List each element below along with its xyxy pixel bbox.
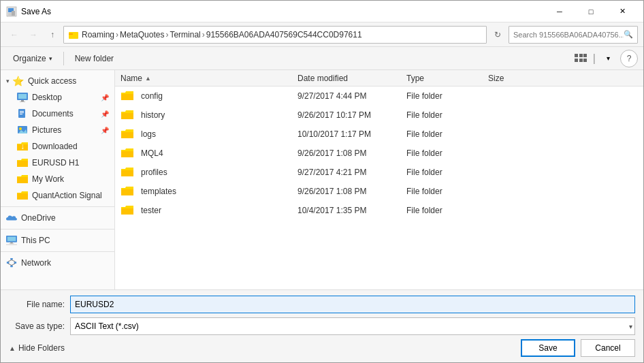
file-date-cell: 9/27/2017 4:44 PM: [297, 91, 406, 101]
savetype-label: Save as type:: [9, 321, 70, 331]
pictures-pin-icon: 📌: [101, 127, 109, 134]
search-box: 🔍: [509, 26, 638, 44]
breadcrumb-terminal: Terminal: [170, 30, 200, 40]
folder-icon: [120, 185, 134, 198]
file-type-cell: File folder: [406, 187, 488, 196]
desktop-label: Desktop: [32, 93, 62, 102]
folder-icon: [120, 108, 134, 122]
table-row[interactable]: history 9/26/2017 10:17 PM File folder: [115, 106, 643, 125]
file-name-cell: tester: [120, 204, 297, 217]
organize-label: Organize: [13, 54, 46, 63]
svg-rect-27: [9, 243, 14, 244]
network-icon: [6, 257, 17, 268]
svg-rect-11: [583, 59, 587, 62]
savetype-select[interactable]: ASCII Text (*.csv) CSV (*.csv) Text (*.t…: [70, 317, 635, 335]
folder-icon: [120, 146, 134, 160]
file-type-cell: File folder: [406, 148, 488, 158]
refresh-button[interactable]: ↻: [489, 27, 506, 43]
table-row[interactable]: profiles 9/27/2017 4:21 PM File folder: [115, 163, 643, 182]
svg-rect-6: [575, 54, 578, 57]
sidebar-item-mywork[interactable]: My Work: [1, 171, 114, 187]
close-button[interactable]: ✕: [607, 1, 638, 22]
table-row[interactable]: config 9/27/2017 4:44 PM File folder: [115, 86, 643, 106]
breadcrumb-sep-1: ›: [116, 30, 118, 40]
file-type-cell: File folder: [406, 206, 488, 215]
file-date-cell: 9/26/2017 1:08 PM: [297, 187, 406, 196]
minimize-button[interactable]: ─: [544, 1, 575, 22]
file-type-cell: File folder: [406, 129, 488, 139]
file-list-header: Name ▲ Date modified Type Size: [115, 70, 643, 86]
svg-rect-17: [20, 111, 24, 112]
window-controls: ─ □ ✕: [544, 1, 638, 22]
quick-access-arrow: ▾: [6, 78, 10, 84]
folder-icon: [120, 89, 134, 103]
hide-folders-button[interactable]: ▲ Hide Folders: [9, 343, 65, 353]
documents-pin-icon: 📌: [101, 110, 109, 118]
svg-rect-19: [20, 114, 22, 114]
view-button[interactable]: [571, 50, 590, 67]
table-row[interactable]: tester 10/4/2017 1:35 PM File folder: [115, 201, 643, 220]
view-separator: |: [593, 52, 596, 65]
sidebar-item-documents[interactable]: Documents 📌: [1, 106, 114, 122]
svg-point-21: [19, 127, 22, 130]
filename-label: File name:: [9, 300, 70, 309]
file-date-cell: 9/26/2017 10:17 PM: [297, 110, 406, 120]
file-name-cell: MQL4: [120, 146, 297, 160]
cancel-label: Cancel: [595, 343, 620, 353]
filename-input[interactable]: [70, 296, 635, 313]
sidebar-divider-2: [1, 229, 114, 230]
save-button[interactable]: Save: [521, 339, 575, 357]
breadcrumb-sep-2: ›: [165, 30, 168, 40]
breadcrumb-item-1: [68, 29, 82, 40]
cancel-button[interactable]: Cancel: [581, 339, 635, 357]
maximize-button[interactable]: □: [575, 1, 607, 22]
svg-rect-25: [7, 237, 16, 241]
up-button[interactable]: ↑: [44, 27, 61, 43]
svg-rect-8: [583, 54, 587, 57]
organize-button[interactable]: Organize ▾: [6, 50, 59, 67]
breadcrumb-hash: 915566BA06ADA407569C544CC0D97611: [206, 30, 362, 40]
sidebar-item-quantaction[interactable]: QuantAction Signal: [1, 187, 114, 204]
svg-rect-7: [579, 54, 583, 57]
quick-access-header[interactable]: ▾ ⭐ Quick access: [1, 73, 114, 89]
table-row[interactable]: logs 10/10/2017 1:17 PM File folder: [115, 125, 643, 144]
sidebar-item-thispc[interactable]: This PC: [1, 232, 114, 249]
sidebar-item-pictures[interactable]: Pictures 📌: [1, 122, 114, 138]
col-type-header[interactable]: Type: [406, 74, 488, 83]
documents-icon: [17, 108, 28, 119]
back-button[interactable]: ←: [6, 27, 22, 43]
table-row[interactable]: templates 9/26/2017 1:08 PM File folder: [115, 182, 643, 201]
sidebar-divider-1: [1, 206, 114, 207]
content-area: ▾ ⭐ Quick access Desktop: [1, 70, 643, 289]
help-icon: ?: [627, 54, 632, 63]
new-folder-button[interactable]: New folder: [68, 50, 120, 67]
table-row[interactable]: MQL4 9/26/2017 1:08 PM File folder: [115, 144, 643, 163]
folder-icon: [120, 204, 134, 217]
downloaded-label: Downloaded: [32, 142, 78, 151]
help-button[interactable]: ?: [620, 50, 638, 67]
svg-rect-31: [14, 262, 17, 264]
view-arrow-button[interactable]: ▾: [598, 50, 617, 67]
documents-label: Documents: [32, 109, 74, 119]
search-icon: 🔍: [624, 30, 633, 39]
col-name-header[interactable]: Name ▲: [120, 74, 297, 83]
breadcrumb[interactable]: Roaming › MetaQuotes › Terminal › 915566…: [63, 26, 487, 44]
desktop-icon: [17, 92, 28, 103]
sidebar-item-desktop[interactable]: Desktop 📌: [1, 89, 114, 106]
quick-access-label: Quick access: [28, 76, 76, 86]
breadcrumb-sep-3: ›: [202, 30, 205, 40]
buttons-row: ▲ Hide Folders Save Cancel: [9, 339, 635, 357]
forward-button[interactable]: →: [25, 27, 42, 43]
svg-rect-26: [10, 242, 13, 244]
organize-arrow: ▾: [49, 55, 52, 62]
sidebar-item-network[interactable]: Network: [1, 255, 114, 271]
search-input[interactable]: [513, 31, 624, 39]
sidebar-item-downloaded[interactable]: ↓ Downloaded: [1, 138, 114, 155]
col-date-header[interactable]: Date modified: [297, 74, 406, 83]
sidebar-item-onedrive[interactable]: OneDrive: [1, 210, 114, 226]
col-size-header[interactable]: Size: [488, 74, 543, 83]
sidebar-item-eurusd[interactable]: EURUSD H1: [1, 155, 114, 171]
file-name-cell: config: [120, 89, 297, 103]
svg-rect-5: [69, 33, 73, 35]
svg-text:↓: ↓: [20, 142, 25, 151]
